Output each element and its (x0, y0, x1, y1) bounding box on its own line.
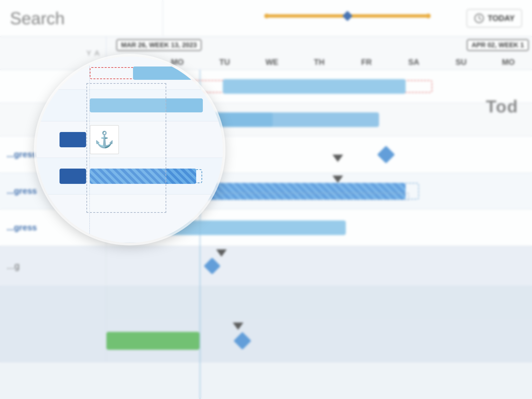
row-content-6 (106, 246, 532, 286)
zoom-row-left-4 (37, 158, 90, 194)
row-label-6: ...g (0, 246, 106, 286)
tod-label-area: Tod (472, 90, 532, 123)
zoom-bar-blue1 (133, 66, 213, 80)
table-row (0, 286, 532, 319)
diamond-8 (233, 332, 251, 350)
tod-label: Tod (486, 96, 518, 116)
row-label-7 (0, 286, 106, 319)
filter-a[interactable]: A (94, 49, 99, 58)
today-label: TODAY (488, 14, 515, 23)
day-we: WE (248, 44, 296, 67)
clock-icon (474, 13, 484, 24)
row-label-8 (0, 319, 106, 362)
zoom-row-left-2 (37, 90, 90, 121)
zoom-row-left-1 (37, 57, 90, 89)
table-row: ...g (0, 246, 532, 286)
zoom-dark-bar-left (60, 132, 86, 147)
empty-bg (106, 286, 532, 319)
bar-blue-light-1 (223, 79, 406, 94)
zoom-inner: ⚓ (37, 57, 223, 243)
row-content-8 (106, 319, 532, 362)
zoom-circle-container: ⚓ (37, 57, 223, 243)
row-content-7 (106, 286, 532, 319)
search-input[interactable] (10, 8, 153, 28)
zoom-stripe-dashed-ext (196, 169, 202, 183)
day-th: TH (296, 44, 343, 67)
filter-y[interactable]: Y (86, 49, 91, 58)
table-row (0, 319, 532, 362)
diamond-6 (204, 257, 221, 274)
today-button[interactable]: TODAY (466, 9, 522, 28)
bar-green (106, 332, 200, 350)
day-fr: FR (343, 44, 390, 67)
zoom-circle: ⚓ (37, 57, 223, 243)
zoom-row-left-5 (37, 195, 90, 242)
diamond-3 (377, 146, 395, 164)
search-area (0, 0, 163, 36)
header-bar: TODAY (0, 0, 532, 37)
week1-badge: MAR 26, WEEK 13, 2023 (116, 39, 201, 51)
zoom-dark-bar-left-4 (60, 169, 86, 184)
dashed-selection-box (86, 83, 166, 213)
day-sa: SA (390, 44, 437, 67)
zoom-row-left-3 (37, 121, 90, 158)
svg-line-2 (479, 18, 481, 20)
week2-badge: APR 02, WEEK 1 (467, 39, 529, 51)
